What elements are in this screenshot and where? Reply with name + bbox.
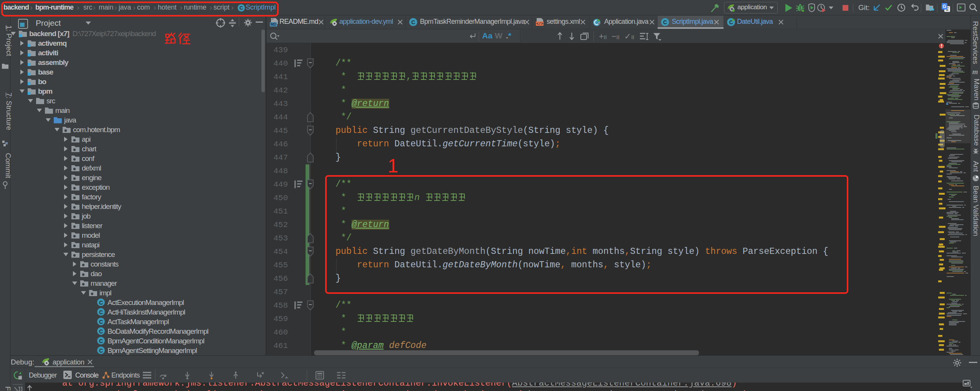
svg-text:</>: </> <box>536 22 543 26</box>
svg-text:MD: MD <box>271 22 277 27</box>
svg-text:G: G <box>943 4 946 9</box>
svg-text:C: C <box>99 338 103 344</box>
svg-text:C: C <box>411 19 415 25</box>
svg-text:C: C <box>99 328 103 335</box>
svg-text:C: C <box>99 300 103 306</box>
svg-text:C: C <box>99 319 103 325</box>
svg-text:C: C <box>663 19 667 25</box>
svg-text:C: C <box>99 309 103 315</box>
svg-text:C: C <box>99 348 103 354</box>
